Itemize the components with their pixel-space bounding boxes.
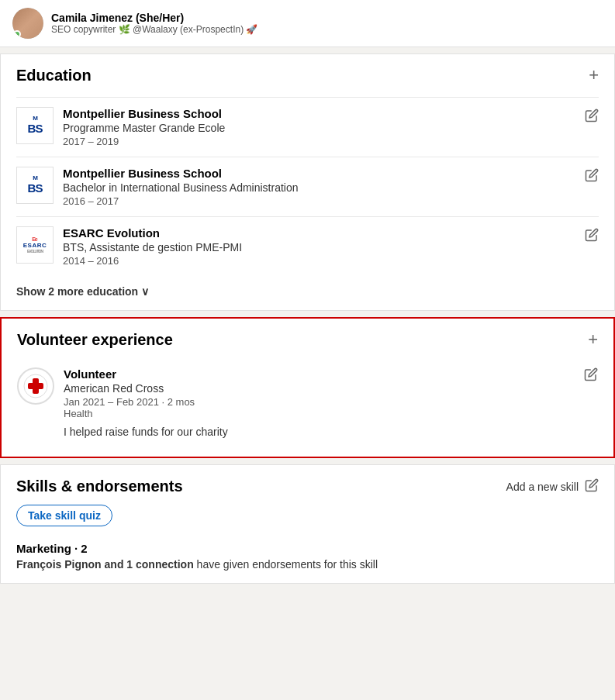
school-name-1: Montpellier Business School: [63, 107, 599, 120]
education-title: Education: [16, 67, 92, 84]
edu-years-1: 2017 – 2019: [63, 136, 599, 147]
edu-years-2: 2016 – 2017: [63, 195, 599, 207]
red-cross-logo: [17, 367, 54, 405]
edit-education-1-button[interactable]: [585, 109, 599, 126]
edu-content-2: Montpellier Business School Bachelor in …: [63, 167, 599, 207]
edu-degree-2: Bachelor in International Business Admin…: [63, 181, 599, 194]
volunteer-role: Volunteer: [64, 367, 598, 381]
volunteer-content: Volunteer American Red Cross Jan 2021 – …: [64, 367, 598, 438]
volunteer-org: American Red Cross: [64, 382, 598, 395]
education-card: Education + M BS Montpellier Business Sc…: [0, 53, 615, 311]
profile-subtitle: SEO copywriter 🌿 @Waalaxy (ex-ProspectIn…: [51, 24, 257, 35]
education-item-2: M BS Montpellier Business School Bachelo…: [16, 157, 599, 216]
school-name-3: ESARC Evolution: [63, 226, 599, 240]
volunteer-type: Health: [64, 408, 598, 419]
skills-card: Skills & endorsements Add a new skill Ta…: [0, 464, 615, 584]
edu-degree-3: BTS, Assistante de gestion PME-PMI: [63, 241, 599, 253]
skill-quiz-button[interactable]: Take skill quiz: [16, 505, 112, 526]
skills-actions: Add a new skill: [506, 478, 599, 495]
endorsement-text: have given endorsements for this skill: [197, 558, 378, 571]
education-item-1: M BS Montpellier Business School Program…: [16, 97, 599, 157]
skill-endorsement: François Pignon and 1 connection have gi…: [16, 558, 599, 571]
avatar: [12, 8, 43, 39]
add-education-button[interactable]: +: [589, 67, 599, 84]
edu-content-3: ESARC Evolution BTS, Assistante de gesti…: [63, 226, 599, 267]
svg-rect-2: [28, 383, 43, 389]
skills-title: Skills & endorsements: [16, 478, 183, 495]
mbs-logo-2: M BS: [16, 167, 54, 204]
esarc-logo: Ee ESARC EVOLUTION: [16, 226, 54, 264]
volunteer-item: Volunteer American Red Cross Jan 2021 – …: [17, 361, 598, 444]
edu-years-3: 2014 – 2016: [63, 255, 599, 267]
volunteer-description: I helped raise funds for our charity: [64, 426, 598, 438]
endorser-name: François Pignon and 1 connection: [16, 558, 194, 571]
mbs-logo-1: M BS: [16, 107, 54, 144]
volunteer-dates: Jan 2021 – Feb 2021 · 2 mos: [64, 396, 598, 408]
add-volunteer-button[interactable]: +: [588, 331, 598, 348]
add-skill-link[interactable]: Add a new skill: [506, 481, 579, 493]
edit-skills-button[interactable]: [585, 478, 599, 495]
edu-degree-1: Programme Master Grande Ecole: [63, 122, 599, 134]
school-name-2: Montpellier Business School: [63, 167, 599, 180]
education-header: Education +: [16, 67, 599, 84]
education-item-3: Ee ESARC EVOLUTION ESARC Evolution BTS, …: [16, 216, 599, 276]
profile-header: Camila Jimenez (She/Her) SEO copywriter …: [0, 0, 615, 47]
edit-education-2-button[interactable]: [585, 168, 599, 185]
edit-education-3-button[interactable]: [585, 228, 599, 245]
volunteer-title: Volunteer experience: [17, 331, 173, 349]
profile-info: Camila Jimenez (She/Her) SEO copywriter …: [51, 12, 257, 35]
edu-content-1: Montpellier Business School Programme Ma…: [63, 107, 599, 147]
volunteer-header: Volunteer experience +: [17, 331, 598, 349]
show-more-education-button[interactable]: Show 2 more education ∨: [16, 285, 599, 298]
edit-volunteer-button[interactable]: [584, 367, 598, 384]
skill-category: Marketing · 2: [16, 542, 599, 555]
profile-name: Camila Jimenez (She/Her): [51, 12, 257, 24]
volunteer-card: Volunteer experience + Volunteer America…: [0, 317, 615, 458]
red-cross-icon: [23, 374, 48, 398]
skills-header: Skills & endorsements Add a new skill: [16, 478, 599, 495]
